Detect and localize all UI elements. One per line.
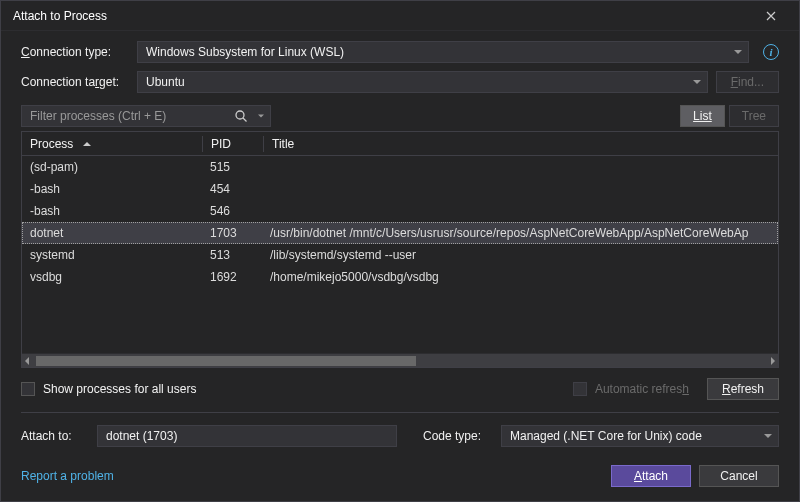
connection-type-label: Connection type:: [21, 45, 129, 59]
table-row[interactable]: -bash454: [22, 178, 778, 200]
svg-point-0: [236, 111, 244, 119]
table-row[interactable]: systemd513/lib/systemd/systemd --user: [22, 244, 778, 266]
report-problem-link[interactable]: Report a problem: [21, 469, 114, 483]
view-toggle-group: List Tree: [680, 105, 779, 127]
cell-pid: 1703: [202, 226, 262, 240]
attach-to-value: dotnet (1703): [106, 429, 177, 443]
cell-pid: 454: [202, 182, 262, 196]
col-process-header[interactable]: Process: [22, 137, 202, 151]
code-type-value: Managed (.NET Core for Unix) code: [510, 429, 702, 443]
code-type-label: Code type:: [423, 429, 493, 443]
dialog-title: Attach to Process: [13, 9, 751, 23]
scrollbar-thumb[interactable]: [36, 356, 416, 366]
cell-process: vsdbg: [22, 270, 202, 284]
cell-title: /usr/bin/dotnet /mnt/c/Users/usrusr/sour…: [262, 226, 778, 240]
refresh-button[interactable]: Refresh: [707, 378, 779, 400]
filter-placeholder: Filter processes (Ctrl + E): [30, 109, 166, 123]
chevron-down-icon: [693, 80, 701, 84]
separator: [21, 412, 779, 413]
chevron-down-icon: [764, 434, 772, 438]
close-icon: [766, 11, 776, 21]
attach-to-label: Attach to:: [21, 429, 89, 443]
filter-input[interactable]: Filter processes (Ctrl + E): [21, 105, 271, 127]
connection-target-label: Connection target:: [21, 75, 129, 89]
cell-pid: 515: [202, 160, 262, 174]
titlebar: Attach to Process: [1, 1, 799, 31]
search-icon: [234, 109, 248, 123]
col-title-header[interactable]: Title: [264, 137, 778, 151]
scroll-left-icon: [25, 357, 29, 365]
refresh-label: Refresh: [722, 382, 764, 396]
list-view-toggle[interactable]: List: [680, 105, 725, 127]
svg-line-1: [243, 118, 247, 122]
cell-title: /home/mikejo5000/vsdbg/vsdbg: [262, 270, 778, 284]
table-row[interactable]: -bash546: [22, 200, 778, 222]
cell-process: dotnet: [22, 226, 202, 240]
cell-pid: 1692: [202, 270, 262, 284]
table-body: (sd-pam)515-bash454-bash546dotnet1703/us…: [22, 156, 778, 353]
connection-type-value: Windows Subsystem for Linux (WSL): [146, 45, 344, 59]
table-row[interactable]: vsdbg1692/home/mikejo5000/vsdbg/vsdbg: [22, 266, 778, 288]
cell-pid: 513: [202, 248, 262, 262]
chevron-down-icon: [734, 50, 742, 54]
process-table: Process PID Title (sd-pam)515-bash454-ba…: [21, 131, 779, 368]
cancel-label: Cancel: [720, 469, 757, 483]
col-pid-header[interactable]: PID: [203, 137, 263, 151]
find-label: Find...: [731, 75, 764, 89]
connection-type-combo[interactable]: Windows Subsystem for Linux (WSL): [137, 41, 749, 63]
auto-refresh-checkbox: [573, 382, 587, 396]
list-label: List: [693, 109, 712, 123]
connection-target-combo[interactable]: Ubuntu: [137, 71, 708, 93]
connection-target-value: Ubuntu: [146, 75, 185, 89]
cell-process: -bash: [22, 182, 202, 196]
sort-ascending-icon: [83, 142, 91, 146]
table-header: Process PID Title: [22, 132, 778, 156]
cancel-button[interactable]: Cancel: [699, 465, 779, 487]
show-all-users-checkbox[interactable]: [21, 382, 35, 396]
tree-view-toggle: Tree: [729, 105, 779, 127]
cell-process: -bash: [22, 204, 202, 218]
cell-process: (sd-pam): [22, 160, 202, 174]
show-all-users-label: Show processes for all users: [43, 382, 196, 396]
info-icon[interactable]: i: [763, 44, 779, 60]
attach-to-process-dialog: Attach to Process Connection type: Windo…: [0, 0, 800, 502]
attach-button[interactable]: Attach: [611, 465, 691, 487]
cell-process: systemd: [22, 248, 202, 262]
attach-label: Attach: [634, 469, 668, 483]
find-button: Find...: [716, 71, 779, 93]
cell-title: /lib/systemd/systemd --user: [262, 248, 778, 262]
auto-refresh-label: Automatic refresh: [595, 382, 689, 396]
code-type-combo[interactable]: Managed (.NET Core for Unix) code: [501, 425, 779, 447]
close-button[interactable]: [751, 4, 791, 28]
cell-pid: 546: [202, 204, 262, 218]
attach-to-input[interactable]: dotnet (1703): [97, 425, 397, 447]
table-row[interactable]: (sd-pam)515: [22, 156, 778, 178]
chevron-down-icon: [258, 115, 264, 118]
table-row[interactable]: dotnet1703/usr/bin/dotnet /mnt/c/Users/u…: [22, 222, 778, 244]
scroll-right-icon: [771, 357, 775, 365]
horizontal-scrollbar[interactable]: [22, 353, 778, 367]
tree-label: Tree: [742, 109, 766, 123]
